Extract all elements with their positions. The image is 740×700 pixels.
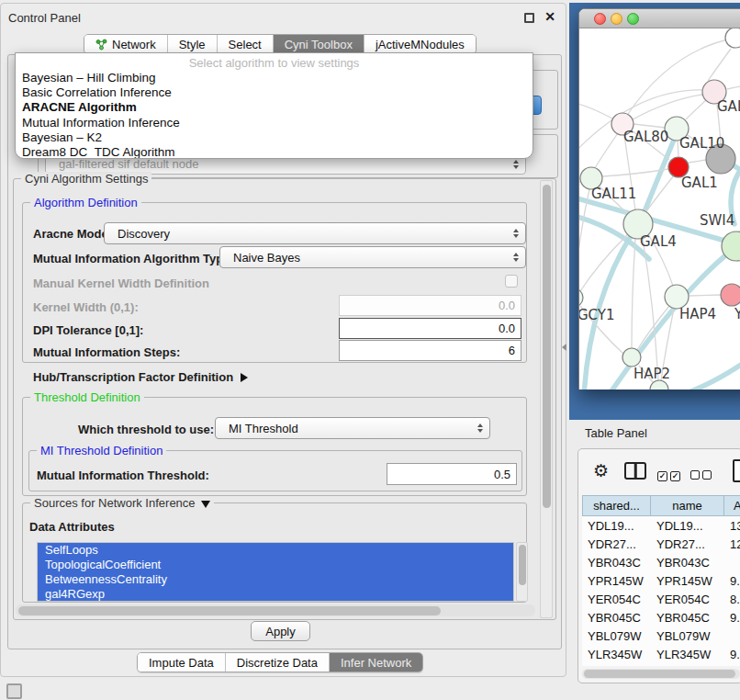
document-icon[interactable]	[733, 459, 740, 482]
table-row[interactable]: YBR043CYBR043C	[582, 553, 740, 571]
attribute-list-item[interactable]: TopologicalCoefficient	[38, 558, 513, 572]
network-node[interactable]	[725, 28, 740, 48]
tab-select[interactable]: Select	[218, 35, 274, 53]
network-view-window: GALGAL80GAL10GAL1GAL11GAL4SWI4GCY1HAP4YH…	[578, 8, 740, 390]
minimized-panel-icon[interactable]	[6, 683, 22, 699]
manual-kernel-checkbox[interactable]	[505, 275, 518, 288]
network-node-label: GAL80	[623, 129, 668, 145]
table-row[interactable]: YLR345WYLR345W9.	[582, 645, 740, 663]
table-cell: YER054C	[582, 593, 651, 606]
aracne-mode-combo[interactable]: Discovery	[104, 222, 526, 244]
tab-jactivemnodules[interactable]: jActiveMNodules	[364, 35, 476, 53]
panel-title: Control Panel	[8, 11, 81, 25]
settings-hscrollbar-thumb[interactable]	[18, 606, 441, 615]
data-attributes-label: Data Attributes	[29, 520, 115, 534]
bottom-tab-bar: Impute Data Discretize Data Infer Networ…	[137, 652, 423, 672]
table-hscrollbar-thumb[interactable]	[584, 670, 735, 678]
network-edge	[689, 295, 721, 296]
table-row[interactable]: YPR145WYPR145W9.	[582, 571, 740, 590]
table-row[interactable]: YBL079WYBL079W	[582, 627, 740, 645]
network-canvas[interactable]: GALGAL80GAL10GAL1GAL11GAL4SWI4GCY1HAP4YH…	[579, 28, 740, 390]
tab-style[interactable]: Style	[168, 35, 218, 53]
mi-type-combo[interactable]: Naive Bayes	[219, 246, 526, 268]
minimize-traffic-icon[interactable]	[611, 13, 622, 25]
network-node-Y[interactable]	[721, 284, 740, 306]
algorithm-option[interactable]: Basic Correlation Inference	[16, 85, 533, 100]
tab-discretize-data[interactable]: Discretize Data	[226, 653, 330, 672]
algorithm-popup: Select algorithm to view settings Bayesi…	[15, 52, 533, 159]
algorithm-definition-title: Algorithm Definition	[30, 196, 141, 209]
table-row[interactable]: YIL052CYIL052C0.	[582, 663, 740, 666]
table-row[interactable]: YBR045CYBR045C9.	[582, 608, 740, 627]
apply-button[interactable]: Apply	[251, 621, 310, 641]
table-cell: 13	[724, 519, 740, 533]
tab-infer-network[interactable]: Infer Network	[330, 653, 422, 672]
attributes-vscrollbar[interactable]	[516, 542, 528, 602]
algorithm-option[interactable]: Mutual Information Inference	[16, 116, 533, 130]
split-columns-icon[interactable]	[624, 462, 646, 480]
table-cell: YDR27...	[582, 537, 651, 551]
close-traffic-icon[interactable]	[594, 13, 606, 25]
table-row[interactable]: YDR27...YDR27...12	[582, 535, 740, 553]
column-header-third[interactable]: A	[724, 495, 740, 516]
select-all-checkboxes-icon[interactable]: ✓✓	[657, 466, 683, 482]
sources-title[interactable]: Sources for Network Inference	[30, 496, 214, 510]
collapsed-arrow-icon	[241, 373, 248, 382]
attribute-list-item[interactable]: gal4RGexp	[38, 587, 513, 602]
algorithm-option[interactable]: Bayesian – Hill Climbing	[16, 71, 533, 85]
network-edge	[727, 86, 740, 89]
algorithm-option[interactable]: ARACNE Algorithm	[16, 100, 533, 115]
table-cell: 9.	[724, 648, 740, 661]
table-hscrollbar[interactable]	[582, 669, 740, 679]
table-cell: YPR145W	[651, 574, 724, 588]
tab-impute-data[interactable]: Impute Data	[138, 653, 226, 672]
table-row[interactable]: YDL19...YDL19...13	[582, 516, 740, 535]
network-node-label: GCY1	[579, 307, 615, 323]
network-edge	[579, 102, 612, 119]
attribute-list-item[interactable]: SelfLoops	[38, 543, 513, 558]
mi-threshold-input[interactable]: 0.5	[387, 463, 517, 485]
table-cell: YBR045C	[582, 611, 651, 625]
dpi-tolerance-input[interactable]: 0.0	[339, 318, 521, 339]
tab-cyni-toolbox[interactable]: Cyni Toolbox	[274, 35, 364, 53]
settings-vscrollbar[interactable]	[540, 180, 553, 618]
table-cell: YDR27...	[651, 537, 724, 551]
mi-steps-input[interactable]: 6	[339, 340, 521, 361]
column-header-name[interactable]: name	[651, 495, 724, 516]
algorithm-option[interactable]: Bayesian – K2	[16, 130, 533, 145]
table-body[interactable]: YDL19...YDL19...13YDR27...YDR27...12YBR0…	[582, 516, 740, 666]
network-edge	[678, 141, 678, 156]
table-row[interactable]: YER054CYER054C8.	[582, 590, 740, 608]
tab-label: Network	[112, 38, 156, 51]
table-header-row: shared... name A	[582, 495, 740, 516]
close-panel-icon[interactable]: ✕	[544, 9, 555, 24]
table-cell: YLR345W	[582, 648, 651, 661]
which-threshold-combo[interactable]: MI Threshold	[215, 417, 490, 439]
table-cell: YIL052C	[582, 666, 651, 667]
tab-network[interactable]: Network	[84, 35, 168, 53]
screen: Control Panel ✕ Network Style	[0, 0, 740, 700]
attributes-vscrollbar-thumb[interactable]	[519, 545, 526, 585]
float-panel-icon[interactable]	[524, 13, 534, 23]
network-edge	[580, 234, 628, 291]
network-node-HAP2[interactable]	[622, 348, 641, 367]
hub-definition-toggle[interactable]: Hub/Transcription Factor Definition	[33, 370, 248, 384]
attribute-list-item[interactable]: BetweennessCentrality	[38, 572, 513, 587]
column-header-shared[interactable]: shared...	[582, 495, 651, 516]
settings-vscrollbar-thumb[interactable]	[543, 185, 551, 508]
network-window-titlebar[interactable]	[579, 9, 740, 28]
network-node-GCY1[interactable]	[579, 288, 583, 307]
network-edge	[633, 95, 702, 119]
network-edge	[595, 133, 618, 168]
which-threshold-label: Which threshold to use:	[78, 423, 214, 436]
network-node-label: SWI4	[700, 212, 734, 229]
kernel-width-input[interactable]: 0.0	[339, 295, 521, 316]
zoom-traffic-icon[interactable]	[627, 13, 639, 25]
algorithm-option[interactable]: Dream8 DC_TDC Algorithm	[16, 145, 533, 159]
deselect-all-checkboxes-icon[interactable]	[690, 467, 714, 483]
data-attributes-list[interactable]: SelfLoopsTopologicalCoefficientBetweenne…	[37, 542, 514, 602]
splitpane-divider-arrow-icon[interactable]	[562, 344, 566, 351]
settings-hscrollbar[interactable]	[16, 604, 535, 616]
gear-icon[interactable]: ⚙	[593, 460, 609, 480]
table-cell: YLR345W	[651, 648, 724, 661]
